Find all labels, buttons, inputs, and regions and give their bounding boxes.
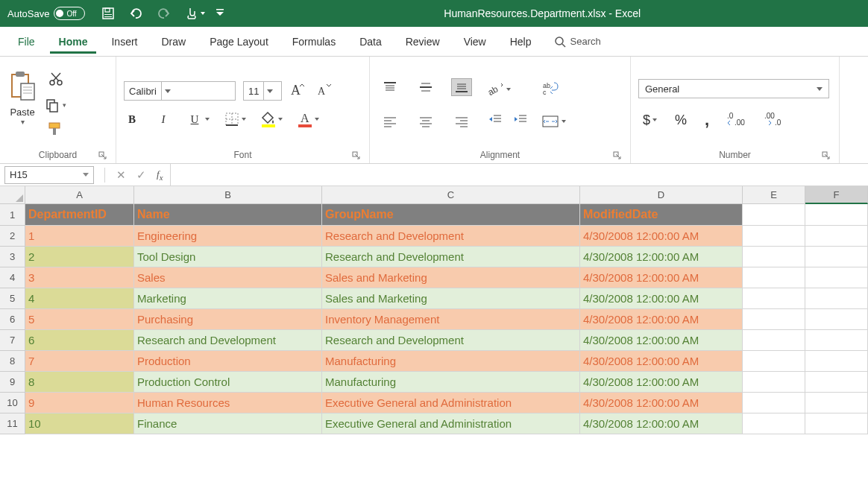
wrap-text-button[interactable]: abc xyxy=(541,81,566,98)
cell[interactable]: 4/30/2008 12:00:00 AM xyxy=(580,372,743,393)
cell[interactable]: Human Resources xyxy=(134,393,322,413)
cell[interactable] xyxy=(805,288,868,309)
cell[interactable] xyxy=(805,372,868,393)
cell[interactable] xyxy=(805,413,868,434)
cell[interactable]: Research and Development xyxy=(322,226,580,247)
cut-button[interactable] xyxy=(48,72,63,89)
cell[interactable]: 10 xyxy=(25,413,134,434)
cell[interactable]: Purchasing xyxy=(134,309,322,330)
tab-review[interactable]: Review xyxy=(397,30,449,54)
accounting-format-button[interactable]: $ xyxy=(643,113,657,128)
decrease-font-button[interactable]: A xyxy=(316,83,333,100)
cell[interactable]: 4/30/2008 12:00:00 AM xyxy=(580,288,743,309)
search-box[interactable]: Search xyxy=(554,36,601,48)
insert-function-button[interactable]: fx xyxy=(157,168,163,182)
clipboard-dialog-launcher[interactable] xyxy=(98,151,107,159)
increase-font-button[interactable]: A xyxy=(289,83,306,100)
cell[interactable]: 4/30/2008 12:00:00 AM xyxy=(580,247,743,267)
cell[interactable]: Production xyxy=(134,351,322,372)
cell[interactable]: Tool Design xyxy=(134,247,322,267)
font-size-combo[interactable]: 11 xyxy=(243,81,282,101)
tab-home[interactable]: Home xyxy=(50,30,97,54)
row-header[interactable]: 2 xyxy=(0,226,25,247)
cell[interactable]: Sales and Marketing xyxy=(322,267,580,288)
cell[interactable] xyxy=(743,288,805,309)
align-center-button[interactable] xyxy=(415,113,436,130)
tab-file[interactable]: File xyxy=(9,30,44,54)
row-header[interactable]: 8 xyxy=(0,351,25,372)
underline-button[interactable]: U xyxy=(186,113,210,126)
cell[interactable] xyxy=(743,351,805,372)
col-header-a[interactable]: A xyxy=(25,186,134,204)
row-header[interactable]: 10 xyxy=(0,393,25,413)
cell[interactable]: Name xyxy=(134,204,322,226)
cell[interactable]: 3 xyxy=(25,267,134,288)
col-header-c[interactable]: C xyxy=(322,186,580,204)
cell[interactable]: 4/30/2008 12:00:00 AM xyxy=(580,330,743,351)
cell[interactable]: Research and Development xyxy=(322,247,580,267)
cell[interactable]: GroupName xyxy=(322,204,580,226)
cell[interactable] xyxy=(805,267,868,288)
cell[interactable]: 1 xyxy=(25,226,134,247)
row-header[interactable]: 4 xyxy=(0,267,25,288)
cell[interactable] xyxy=(743,372,805,393)
bold-button[interactable]: B xyxy=(124,113,140,126)
cell[interactable]: Manufacturing xyxy=(322,372,580,393)
alignment-dialog-launcher[interactable] xyxy=(613,151,621,159)
increase-indent-button[interactable] xyxy=(513,113,528,127)
cell[interactable]: 4/30/2008 12:00:00 AM xyxy=(580,226,743,247)
percent-format-button[interactable]: % xyxy=(675,113,687,128)
cell[interactable] xyxy=(805,351,868,372)
tab-draw[interactable]: Draw xyxy=(152,30,195,54)
cell[interactable] xyxy=(743,330,805,351)
cell[interactable]: Inventory Management xyxy=(322,309,580,330)
cell[interactable] xyxy=(743,267,805,288)
cell[interactable]: 4 xyxy=(25,288,134,309)
cell[interactable] xyxy=(743,204,805,226)
italic-button[interactable]: I xyxy=(155,113,172,126)
cell[interactable]: ModifiedDate xyxy=(580,204,743,226)
orientation-button[interactable]: ab xyxy=(488,82,528,97)
cell[interactable]: Engineering xyxy=(134,226,322,247)
cell[interactable] xyxy=(743,413,805,434)
paste-button[interactable]: Paste ▾ xyxy=(7,70,37,126)
cell[interactable]: Sales and Marketing xyxy=(322,288,580,309)
format-painter-button[interactable] xyxy=(48,121,64,139)
col-header-f[interactable]: F xyxy=(805,186,868,204)
row-header[interactable]: 11 xyxy=(0,413,25,434)
row-header[interactable]: 9 xyxy=(0,372,25,393)
fill-color-button[interactable] xyxy=(261,111,283,127)
row-header[interactable]: 5 xyxy=(0,288,25,309)
cell[interactable] xyxy=(743,247,805,267)
tab-data[interactable]: Data xyxy=(350,30,391,54)
cell[interactable]: Executive General and Administration xyxy=(322,393,580,413)
row-header[interactable]: 7 xyxy=(0,330,25,351)
align-left-button[interactable] xyxy=(380,113,400,130)
cell[interactable]: Finance xyxy=(134,413,322,434)
align-right-button[interactable] xyxy=(451,113,472,130)
borders-button[interactable] xyxy=(224,112,246,127)
cell[interactable]: 4/30/2008 12:00:00 AM xyxy=(580,393,743,413)
cell[interactable]: 9 xyxy=(25,393,134,413)
cell[interactable]: 6 xyxy=(25,330,134,351)
select-all-button[interactable] xyxy=(0,186,25,204)
cell[interactable]: 4/30/2008 12:00:00 AM xyxy=(580,267,743,288)
cell[interactable] xyxy=(805,226,868,247)
copy-button[interactable]: ▾ xyxy=(45,98,66,113)
cancel-formula-button[interactable]: ✕ xyxy=(116,168,126,182)
cell[interactable] xyxy=(743,226,805,247)
align-top-button[interactable] xyxy=(380,78,400,96)
undo-button[interactable] xyxy=(128,7,143,20)
save-button[interactable] xyxy=(101,7,115,20)
formula-input[interactable] xyxy=(170,164,868,186)
col-header-e[interactable]: E xyxy=(743,186,805,204)
increase-decimal-button[interactable]: .0.00 xyxy=(727,112,746,129)
accept-formula-button[interactable]: ✓ xyxy=(136,168,146,182)
cell[interactable]: 4/30/2008 12:00:00 AM xyxy=(580,413,743,434)
cell[interactable]: Production Control xyxy=(134,372,322,393)
cell[interactable] xyxy=(805,247,868,267)
autosave-toggle[interactable]: AutoSave Off xyxy=(7,7,85,20)
comma-format-button[interactable]: , xyxy=(705,110,709,130)
cell[interactable] xyxy=(805,393,868,413)
cell[interactable]: Research and Development xyxy=(322,330,580,351)
